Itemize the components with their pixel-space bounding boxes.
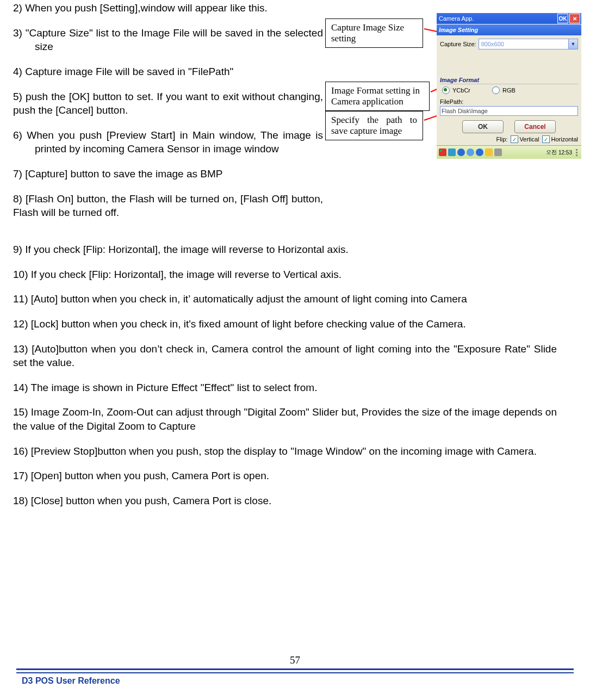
close-icon[interactable]: ✕ (569, 14, 580, 23)
radio-ycbcr-label: YCbCr (452, 87, 470, 94)
step-11: 11) [Auto] button when you check in, it’… (13, 292, 557, 306)
taskbar: 오전 12:53 (437, 145, 581, 159)
filepath-input[interactable]: Flash Disk\Image (440, 106, 578, 116)
tray-icon-2[interactable] (467, 148, 474, 156)
image-format-label: Image Format (440, 77, 578, 84)
section-image-setting: Image Setting (437, 24, 581, 35)
clock-time: 12:53 (558, 150, 572, 156)
capture-size-label: Capture Size: (440, 41, 476, 47)
step-4: 4) Capture image File will be saved in "… (13, 65, 323, 79)
step-16: 16) [Preview Stop]button when you push, … (13, 444, 557, 459)
step-7: 7) [Capture] button to save the image as… (13, 167, 323, 181)
step-6: 6) When you push [Preview Start] in Main… (13, 128, 323, 156)
step-13: 13) [Auto]button when you don’t check in… (13, 342, 557, 370)
radio-rgb[interactable] (492, 86, 500, 94)
start-icon[interactable] (439, 148, 446, 156)
radio-ycbcr[interactable] (442, 86, 450, 94)
flip-label: Flip: (496, 136, 508, 143)
titlebar-ok-button[interactable]: OK (557, 14, 568, 23)
callout-image-format: Image Format setting in Camera applicati… (325, 82, 430, 111)
page-number: 57 (16, 654, 574, 666)
step-3: 3) "Capture Size" list to the Image File… (13, 26, 323, 54)
globe-icon[interactable] (457, 148, 465, 156)
capture-size-value: 800x600 (481, 41, 504, 47)
page-footer: 57 D3 POS User Reference (16, 654, 574, 686)
footer-reference: D3 POS User Reference (16, 676, 574, 686)
step-9: 9) If you check [Flip: Horizontal], the … (13, 243, 557, 257)
step-12: 12) [Lock] button when you check in, it'… (13, 317, 557, 331)
callout-filepath: Specify the path to save capture image (325, 111, 423, 140)
step-18: 18) [Close] button when you push, Camera… (13, 494, 557, 508)
callout-capture-size: Capture Image Size setting (325, 18, 423, 48)
step-8: 8) [Flash On] button, the Flash will be … (13, 192, 323, 220)
camera-app-window: Camera App. OK ✕ Image Setting Capture S… (437, 13, 581, 163)
capture-size-select[interactable]: 800x600 ▼ (479, 39, 578, 49)
step-14: 14) The image is shown in Picture Effect… (13, 381, 557, 395)
filepath-label: FilePath: (440, 98, 578, 105)
resize-grip-icon (574, 149, 579, 156)
flip-horizontal-label: Horizontal (551, 136, 578, 143)
sound-icon[interactable] (485, 148, 493, 156)
window-title: Camera App. (439, 15, 556, 22)
step-15: 15) Image Zoom-In, Zoom-Out can adjust t… (13, 405, 557, 433)
step-10: 10) If you check [Flip: Horizontal], the… (13, 268, 557, 282)
check-horizontal[interactable]: ✓ (542, 135, 550, 143)
chevron-down-icon[interactable]: ▼ (568, 39, 577, 49)
titlebar: Camera App. OK ✕ (437, 13, 581, 24)
step-2: 2) When you push [Setting],window will a… (13, 1, 323, 15)
step-17: 17) [Open] button when you push, Camera … (13, 469, 557, 483)
tray-icon-3[interactable] (476, 148, 483, 156)
radio-rgb-label: RGB (502, 87, 516, 94)
clock-prefix: 오전 (546, 148, 557, 156)
tray-icon[interactable] (448, 148, 456, 156)
check-vertical[interactable]: ✓ (511, 135, 518, 143)
flip-vertical-label: Vertical (519, 136, 539, 143)
power-icon[interactable] (494, 148, 502, 156)
cancel-button[interactable]: Cancel (514, 120, 556, 133)
step-5: 5) push the [OK] button to set. If you w… (13, 90, 323, 117)
ok-button[interactable]: OK (462, 120, 504, 133)
